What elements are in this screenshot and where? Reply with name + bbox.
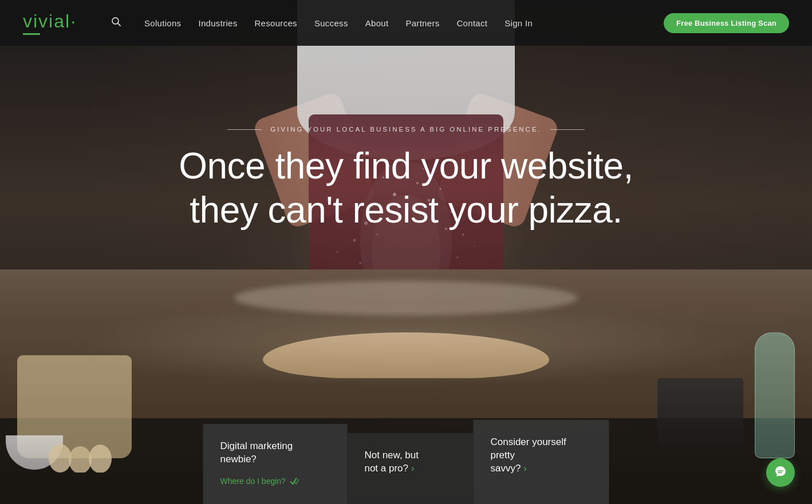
hero-headline-line2: they can't resist your pizza.: [0, 188, 812, 232]
chat-bubble-button[interactable]: [766, 458, 795, 487]
card-newbie: Digital marketing newbie? Where do I beg…: [203, 424, 348, 504]
bottle-prop: [755, 332, 795, 458]
card-newbie-title: Digital marketing newbie?: [220, 440, 330, 466]
svg-point-18: [337, 251, 338, 253]
left-props: [0, 344, 200, 504]
logo-text: vivial·: [23, 11, 77, 32]
svg-point-16: [359, 262, 361, 264]
card-intermediate-arrow: ›: [411, 463, 415, 474]
search-button[interactable]: [111, 17, 139, 30]
site-header: vivial· Solutions Industries Resources S…: [0, 0, 812, 46]
svg-point-15: [462, 233, 464, 236]
chat-icon: [774, 465, 787, 481]
hero-headline: Once they find your website, they can't …: [0, 144, 812, 232]
card-savvy-title-line2: savvy? ›: [490, 463, 526, 474]
nav-about[interactable]: About: [365, 18, 389, 28]
main-nav: Solutions Industries Resources Success A…: [144, 18, 664, 28]
nav-success[interactable]: Success: [314, 18, 348, 28]
flour-on-table: [234, 281, 578, 315]
card-newbie-link[interactable]: Where do I begin?: [220, 477, 330, 486]
svg-line-25: [118, 23, 121, 26]
card-intermediate-title-line2: not a pro? ›: [364, 463, 414, 474]
card-intermediate-title: Not new, but not a pro? ›: [364, 449, 456, 475]
svg-point-14: [353, 239, 356, 242]
search-icon[interactable]: [111, 17, 121, 30]
logo-text-main: vivial: [23, 11, 70, 31]
svg-point-19: [474, 245, 475, 247]
card-intermediate: Not new, but not a pro? ›: [347, 433, 473, 504]
free-scan-button[interactable]: Free Business Listing Scan: [664, 13, 789, 33]
card-savvy-arrow: ›: [523, 463, 527, 474]
hero-tagline: GIVING YOUR LOCAL BUSINESS A BIG ONLINE …: [0, 126, 812, 133]
card-intermediate-title-line1: Not new, but: [364, 450, 419, 461]
nav-industries[interactable]: Industries: [198, 18, 237, 28]
card-savvy-title: Consider yourself pretty savvy? ›: [490, 436, 592, 475]
svg-point-22: [69, 446, 92, 473]
nav-solutions[interactable]: Solutions: [144, 18, 181, 28]
eggs-prop: [46, 438, 115, 473]
nav-signin[interactable]: Sign In: [504, 18, 533, 28]
nav-resources[interactable]: Resources: [254, 18, 297, 28]
plate-stack-prop: [657, 378, 743, 447]
card-savvy: Consider yourself pretty savvy? ›: [473, 420, 609, 504]
svg-point-23: [89, 445, 112, 473]
card-savvy-title-line1: Consider yourself pretty: [490, 436, 566, 461]
bottom-cards: Digital marketing newbie? Where do I beg…: [203, 420, 609, 504]
logo-underline: [23, 33, 40, 35]
card-newbie-link-text: Where do I begin?: [220, 477, 286, 486]
site-logo[interactable]: vivial·: [23, 11, 77, 35]
logo-accent: ·: [70, 11, 77, 31]
chevron-check-icon: [290, 478, 299, 485]
hero-text-overlay: GIVING YOUR LOCAL BUSINESS A BIG ONLINE …: [0, 126, 812, 232]
hero-headline-line1: Once they find your website,: [0, 144, 812, 188]
svg-point-17: [457, 257, 459, 259]
nav-partners[interactable]: Partners: [405, 18, 439, 28]
svg-point-21: [49, 444, 72, 473]
nav-contact[interactable]: Contact: [456, 18, 487, 28]
